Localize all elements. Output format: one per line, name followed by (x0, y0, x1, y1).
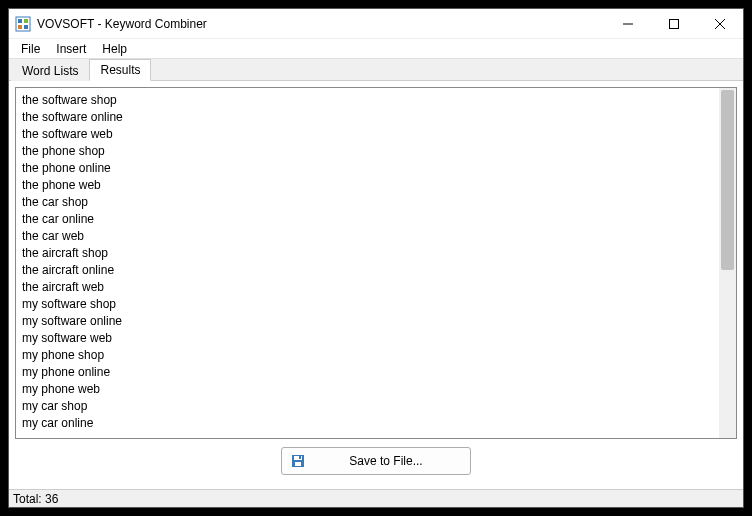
list-item[interactable]: the car web (22, 228, 713, 245)
list-item[interactable]: the phone web (22, 177, 713, 194)
tab-bar: Word Lists Results (9, 59, 743, 81)
list-item[interactable]: my car online (22, 415, 713, 432)
app-window: VOVSOFT - Keyword Combiner File Insert H… (8, 8, 744, 508)
list-item[interactable]: my software web (22, 330, 713, 347)
tab-results[interactable]: Results (89, 59, 151, 81)
window-title: VOVSOFT - Keyword Combiner (37, 17, 605, 31)
menu-insert[interactable]: Insert (48, 40, 94, 58)
scrollbar[interactable] (719, 88, 736, 438)
menu-help[interactable]: Help (94, 40, 135, 58)
svg-rect-2 (24, 19, 28, 23)
list-item[interactable]: the car online (22, 211, 713, 228)
save-icon (290, 453, 306, 469)
list-item[interactable]: the software online (22, 109, 713, 126)
svg-rect-6 (670, 19, 679, 28)
content-area: the software shopthe software onlinethe … (9, 81, 743, 489)
svg-rect-12 (299, 456, 301, 459)
list-item[interactable]: the software web (22, 126, 713, 143)
status-bar: Total: 36 (9, 489, 743, 507)
save-button-label: Save to File... (310, 454, 462, 468)
svg-rect-4 (24, 25, 28, 29)
svg-rect-3 (18, 25, 22, 29)
app-icon (15, 16, 31, 32)
save-to-file-button[interactable]: Save to File... (281, 447, 471, 475)
list-item[interactable]: the car shop (22, 194, 713, 211)
list-item[interactable]: my software online (22, 313, 713, 330)
svg-rect-1 (18, 19, 22, 23)
status-total: Total: 36 (13, 492, 58, 506)
results-list[interactable]: the software shopthe software onlinethe … (15, 87, 737, 439)
scroll-thumb[interactable] (721, 90, 734, 270)
menu-bar: File Insert Help (9, 39, 743, 59)
list-item[interactable]: the aircraft online (22, 262, 713, 279)
list-item[interactable]: my phone web (22, 381, 713, 398)
list-item[interactable]: the aircraft web (22, 279, 713, 296)
list-item[interactable]: the phone shop (22, 143, 713, 160)
window-controls (605, 9, 743, 38)
menu-file[interactable]: File (13, 40, 48, 58)
list-item[interactable]: the aircraft shop (22, 245, 713, 262)
list-item[interactable]: my software shop (22, 296, 713, 313)
close-button[interactable] (697, 9, 743, 38)
maximize-button[interactable] (651, 9, 697, 38)
list-item[interactable]: my phone shop (22, 347, 713, 364)
svg-rect-11 (295, 462, 301, 466)
title-bar: VOVSOFT - Keyword Combiner (9, 9, 743, 39)
minimize-button[interactable] (605, 9, 651, 38)
list-item[interactable]: the phone online (22, 160, 713, 177)
list-item[interactable]: my phone online (22, 364, 713, 381)
list-item[interactable]: the software shop (22, 92, 713, 109)
list-item[interactable]: my car shop (22, 398, 713, 415)
footer: Save to File... (15, 439, 737, 483)
tab-word-lists[interactable]: Word Lists (11, 60, 89, 81)
